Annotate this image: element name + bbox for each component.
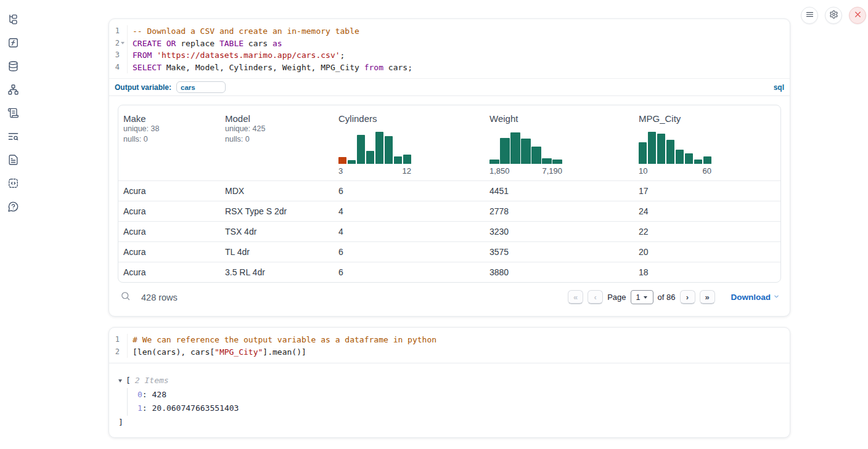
histogram-bar (685, 153, 693, 164)
menu-button[interactable] (801, 7, 818, 24)
axis-tick-label: 3 (338, 166, 343, 176)
histogram-bar (403, 155, 411, 164)
file-tree-icon (7, 14, 19, 28)
code-line: 3FROM 'https://datasets.marimo.app/cars.… (109, 49, 790, 62)
table-cell: 18 (634, 267, 780, 277)
chevrons-left-icon: « (573, 293, 578, 302)
column-header[interactable]: Cylinders312 (334, 105, 485, 180)
column-header[interactable]: Weight1,8507,190 (485, 105, 634, 180)
shutdown-button[interactable] (849, 7, 866, 24)
code-token: SELECT (133, 63, 162, 72)
axis-tick-label: 1,850 (489, 166, 510, 176)
code-token: cars (244, 39, 272, 48)
table-cell: Acura (118, 247, 220, 257)
fold-slot (120, 65, 126, 71)
code-content: -- Download a CSV and create an in-memor… (128, 25, 359, 38)
items-count-label: 2 Items (135, 374, 169, 388)
table-cell: 4 (334, 227, 485, 237)
table-cell: 6 (334, 267, 485, 277)
histogram-bar (348, 160, 356, 164)
last-page-button[interactable]: » (700, 290, 715, 304)
code-token: cars; (383, 63, 412, 72)
sql-code-editor[interactable]: 1-- Download a CSV and create an in-memo… (109, 19, 790, 78)
page-select[interactable]: 1 (631, 290, 653, 304)
line-number: 3 (115, 49, 120, 62)
table-cell: RSX Type S 2dr (220, 206, 334, 216)
next-page-button[interactable]: › (680, 290, 695, 304)
chevron-left-icon: ‹ (594, 293, 597, 302)
sidebar-item-documentation[interactable] (7, 155, 19, 167)
sidebar-item-scratchpad[interactable] (7, 108, 19, 120)
column-header[interactable]: MPG_City1060 (634, 105, 780, 180)
sidebar-item-help[interactable] (7, 201, 19, 214)
sidebar-item-variables[interactable] (7, 38, 19, 50)
table-row[interactable]: AcuraMDX6445117 (118, 180, 780, 201)
axis-tick-label: 12 (403, 166, 411, 176)
search-icon[interactable] (120, 291, 131, 304)
table-header: Makeunique: 38nulls: 0Modelunique: 425nu… (118, 105, 780, 180)
table-cell: Acura (118, 206, 220, 216)
code-token: TABLE (219, 39, 244, 48)
column-name: Weight (489, 113, 629, 124)
code-token: from (364, 63, 383, 72)
sidebar-item-datasources[interactable] (7, 61, 19, 73)
help-bubble-icon (7, 201, 19, 215)
fold-chevron-icon[interactable] (121, 42, 125, 44)
code-content: CREATE OR replace TABLE cars as (128, 38, 282, 50)
histogram-axis-labels: 1,8507,190 (489, 166, 562, 176)
table-row[interactable]: Acura3.5 RL 4dr6388018 (118, 262, 780, 282)
column-histogram (489, 130, 562, 164)
histogram-axis-labels: 312 (338, 166, 411, 176)
text-search-icon (7, 131, 19, 145)
histogram-axis-labels: 1060 (639, 166, 711, 176)
histogram-bar (657, 134, 665, 164)
sidebar-item-snippets[interactable] (7, 178, 19, 190)
column-header[interactable]: Modelunique: 425nulls: 0 (220, 105, 334, 180)
left-sidebar (0, 0, 26, 449)
table-cell: TSX 4dr (220, 227, 334, 237)
sidebar-item-file-explorer[interactable] (7, 14, 19, 26)
python-cell: 1# We can reference the output variable … (108, 327, 790, 438)
code-content: [len(cars), cars["MPG_City"].mean()] (128, 346, 306, 358)
language-badge: sql (774, 83, 784, 92)
tree-entry-key: 1 (137, 403, 142, 413)
settings-button[interactable] (825, 7, 842, 24)
code-token: "MPG_City" (215, 347, 263, 357)
code-content: SELECT Make, Model, Cylinders, Weight, M… (128, 62, 412, 74)
code-content: FROM 'https://datasets.marimo.app/cars.c… (128, 49, 345, 62)
histogram-bar (676, 150, 684, 164)
code-token: CREATE (133, 39, 162, 48)
line-number: 4 (115, 62, 120, 74)
table-cell: 3880 (485, 267, 634, 277)
code-line: 2[len(cars), cars["MPG_City"].mean()] (109, 346, 790, 358)
fold-slot (120, 28, 126, 34)
column-stat: unique: 38 (123, 124, 215, 134)
first-page-button[interactable]: « (568, 290, 583, 304)
column-name: Cylinders (338, 113, 480, 124)
sidebar-item-logs[interactable] (7, 131, 19, 144)
chevron-right-icon: › (686, 293, 689, 302)
column-histogram (639, 130, 711, 164)
column-stat: nulls: 0 (225, 134, 329, 145)
histogram-bar (338, 157, 346, 164)
axis-tick-label: 60 (703, 166, 711, 176)
tree-entry: 0: 428 (137, 388, 781, 402)
bracket-close: ] (118, 416, 781, 430)
sidebar-item-dependency-graph[interactable] (7, 84, 19, 97)
table-body: AcuraMDX6445117AcuraRSX Type S 2dr427782… (118, 180, 780, 282)
table-row[interactable]: AcuraTL 4dr6357520 (118, 241, 780, 262)
tree-expand-icon[interactable] (118, 379, 122, 382)
histogram-bar (357, 135, 365, 164)
python-code-editor[interactable]: 1# We can reference the output variable … (109, 328, 790, 363)
hamburger-menu-icon (805, 10, 814, 22)
histogram-bar (500, 138, 510, 164)
prev-page-button[interactable]: ‹ (588, 290, 603, 304)
output-variable-input[interactable] (176, 81, 226, 93)
table-row[interactable]: AcuraRSX Type S 2dr4277824 (118, 201, 780, 221)
table-row[interactable]: AcuraTSX 4dr4323022 (118, 221, 780, 241)
download-button[interactable]: Download (731, 293, 780, 302)
line-gutter: 1 (109, 334, 128, 346)
column-header[interactable]: Makeunique: 38nulls: 0 (118, 105, 220, 180)
network-graph-icon (7, 84, 19, 98)
code-token (162, 39, 166, 48)
